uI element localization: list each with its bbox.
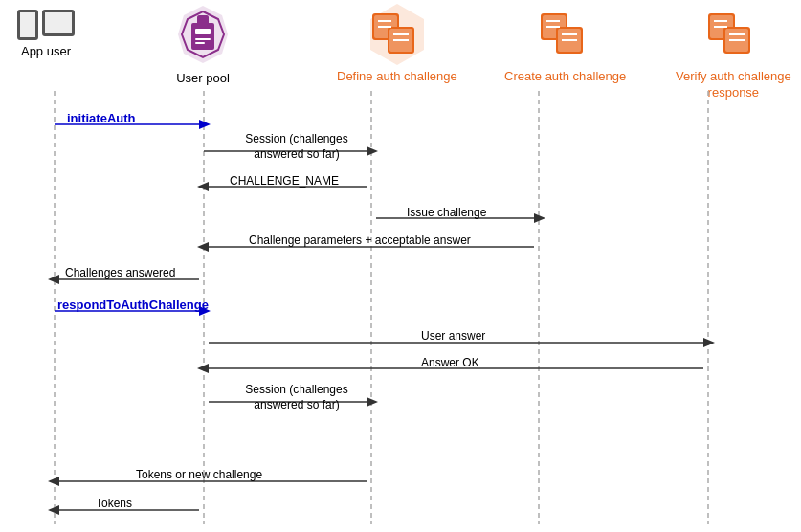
- define-auth-label: Define auth challenge: [337, 69, 457, 85]
- svg-rect-4: [195, 38, 211, 40]
- actor-create-auth: Create auth challenge: [504, 2, 626, 85]
- actor-app-user: App user: [17, 10, 75, 58]
- label-respond-auth: respondToAuthChallenge: [57, 298, 209, 312]
- label-tokens: Tokens: [96, 497, 132, 510]
- actor-define-auth: Define auth challenge: [337, 2, 457, 85]
- phone-icon: [17, 10, 38, 40]
- actor-verify-auth: Verify auth challengeresponse: [676, 2, 791, 101]
- svg-marker-60: [48, 505, 59, 515]
- label-session-1: Session (challengesanswered so far): [234, 132, 359, 162]
- define-auth-icon: [365, 2, 430, 67]
- svg-marker-40: [367, 146, 378, 156]
- user-pool-label: User pool: [176, 71, 230, 85]
- create-auth-label: Create auth challenge: [504, 69, 626, 85]
- svg-marker-46: [197, 242, 209, 252]
- user-pool-icon: [170, 2, 235, 71]
- actor-user-pool: User pool: [170, 2, 235, 85]
- svg-marker-38: [199, 120, 211, 129]
- label-user-answer: User answer: [421, 329, 485, 343]
- sequence-diagram: App user User pool: [0, 0, 801, 532]
- svg-rect-3: [195, 29, 211, 34]
- svg-marker-42: [197, 182, 209, 191]
- label-answer-ok: Answer OK: [421, 356, 479, 369]
- svg-marker-56: [367, 397, 378, 407]
- svg-marker-48: [48, 275, 59, 284]
- label-issue-challenge: Issue challenge: [407, 206, 486, 219]
- label-challenges-answered: Challenges answered: [65, 266, 175, 279]
- svg-rect-2: [191, 23, 214, 50]
- svg-marker-44: [534, 213, 545, 223]
- app-user-icon: [17, 10, 75, 40]
- verify-auth-label: Verify auth challengeresponse: [676, 69, 791, 101]
- label-challenge-params: Challenge parameters + acceptable answer: [249, 233, 471, 247]
- svg-marker-52: [703, 338, 715, 347]
- tablet-icon: [42, 10, 75, 36]
- verify-auth-icon: [701, 2, 766, 67]
- create-auth-icon: [533, 2, 598, 67]
- label-challenge-name: CHALLENGE_NAME: [230, 174, 339, 188]
- svg-marker-54: [197, 364, 209, 373]
- svg-marker-58: [48, 477, 59, 486]
- label-tokens-or-challenge: Tokens or new challenge: [136, 468, 262, 481]
- svg-rect-5: [195, 42, 205, 44]
- app-user-label: App user: [21, 44, 71, 58]
- svg-rect-6: [197, 15, 209, 25]
- label-session-2: Session (challengesanswered so far): [234, 383, 359, 412]
- label-initiate-auth: initiateAuth: [67, 111, 136, 125]
